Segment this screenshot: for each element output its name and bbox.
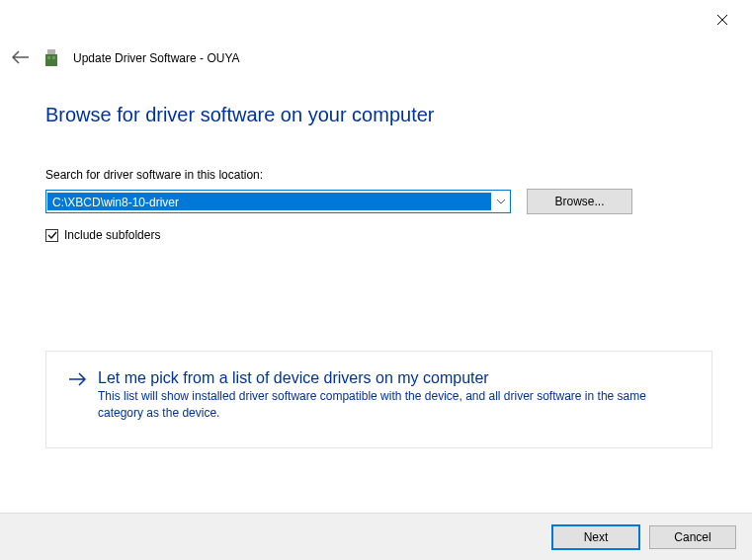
wizard-header: Update Driver Software - OUYA	[12, 48, 240, 68]
svg-rect-3	[45, 54, 57, 66]
cancel-button[interactable]: Cancel	[649, 525, 736, 549]
path-value[interactable]: C:\XBCD\win8-10-driver	[47, 193, 491, 210]
pick-driver-title: Let me pick from a list of device driver…	[98, 369, 690, 387]
include-subfolders-checkbox[interactable]	[45, 229, 58, 242]
arrow-right-icon	[68, 369, 86, 422]
browse-button[interactable]: Browse...	[527, 189, 632, 214]
svg-rect-5	[52, 56, 55, 59]
path-label: Search for driver software in this locat…	[45, 168, 712, 182]
back-button[interactable]	[12, 49, 30, 67]
svg-rect-2	[47, 49, 55, 54]
next-button[interactable]: Next	[552, 525, 639, 549]
pick-driver-content: Let me pick from a list of device driver…	[98, 369, 690, 422]
footer-bar: Next Cancel	[0, 513, 752, 560]
pick-driver-description: This list will show installed driver sof…	[98, 388, 690, 422]
device-icon	[43, 48, 59, 68]
window-title: Update Driver Software - OUYA	[73, 51, 240, 65]
page-heading: Browse for driver software on your compu…	[45, 104, 712, 126]
pick-driver-option[interactable]: Let me pick from a list of device driver…	[45, 351, 712, 448]
svg-rect-4	[47, 56, 50, 59]
combobox-dropdown-icon[interactable]	[492, 191, 510, 212]
close-button[interactable]	[712, 10, 732, 30]
path-combobox[interactable]: C:\XBCD\win8-10-driver	[45, 190, 511, 213]
include-subfolders-label: Include subfolders	[64, 228, 160, 242]
include-subfolders-row[interactable]: Include subfolders	[45, 228, 712, 242]
